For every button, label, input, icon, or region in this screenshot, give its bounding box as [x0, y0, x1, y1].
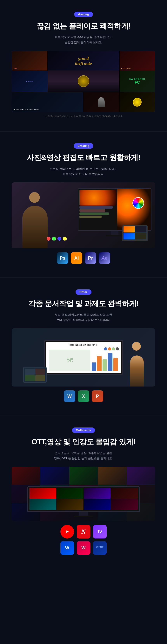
ott-cell-6	[57, 499, 83, 510]
monitor-base	[106, 235, 123, 236]
preview-image	[117, 189, 151, 230]
bar-3	[103, 359, 107, 371]
office-desk: BUSINESS MARKETING 🗺	[12, 328, 155, 386]
preview-main	[79, 190, 116, 206]
monitor-frame	[78, 188, 151, 231]
ott-cell-2	[57, 488, 83, 499]
office-section: Office 각종 문서작업 및 과제도 완벽하게! 워드,엑셀,파워포인트 등…	[0, 278, 167, 416]
game-thumb-5: DIABLO	[12, 70, 48, 92]
multimedia-image-area	[6, 467, 161, 521]
excel-icon: X	[78, 390, 89, 402]
monitor-screen	[78, 189, 151, 230]
bar-1	[92, 362, 96, 371]
ott-cell-5	[29, 499, 56, 510]
person-body	[22, 206, 48, 248]
bar-4	[108, 353, 112, 371]
ls-cell-1	[123, 226, 135, 233]
bar-chart	[92, 350, 118, 371]
lol-logo	[133, 98, 141, 106]
ott-cell-1	[29, 488, 56, 499]
bar-5	[113, 358, 118, 371]
ott-cell-4	[111, 488, 138, 499]
ott-icons-row-2: W W Disney +	[6, 541, 161, 555]
youtube-icon	[60, 525, 74, 538]
office-badge: Office	[76, 289, 92, 295]
watcha-icon: W	[77, 541, 90, 555]
multimedia-title: OTT,영상 및 인강도 몰입감 있게!	[6, 437, 161, 447]
gaming-desc: 빠른 속도로 각종 AAA 게임을 옵션 타협 없이 몰입감 있게 플레이해 보…	[6, 34, 161, 45]
youtube-play	[64, 530, 70, 534]
illustrator-icon: Ai	[71, 252, 82, 264]
tving-icon: tv	[93, 525, 107, 538]
office-image-area: BUSINESS MARKETING 🗺	[6, 328, 161, 386]
laptop-screen	[123, 226, 147, 240]
world-map: 🗺	[49, 350, 90, 371]
game-thumb-knight	[84, 92, 119, 112]
ott-cell-7	[84, 499, 110, 510]
gaming-title: 끊김 없는 플레이로 쾌적하게!	[6, 21, 161, 31]
game-thumb-crown	[48, 70, 119, 92]
monitor-neck	[111, 231, 118, 235]
gaming-section: Gaming 끊김 없는 플레이로 쾌적하게! 빠른 속도로 각종 AAA 게임…	[0, 0, 167, 131]
creating-desc: 포토샵, 일러스트, 프리미어 등 무거운 그래픽 작업도 빠른 속도로 처리할…	[6, 166, 161, 176]
timeline-row-2	[79, 209, 105, 212]
multimedia-monitor	[27, 486, 139, 512]
gaming-badge: Gaming	[74, 12, 93, 17]
netflix-icon: N	[77, 525, 90, 538]
timeline-row-3	[79, 212, 109, 215]
timeline-row-4	[79, 216, 102, 218]
office-desc: 워드,엑셀,파워포인트 등의 오피스 작업 또한 보다 향상된 환경에서 경험할…	[6, 312, 161, 322]
creating-scene-box	[12, 182, 155, 248]
ott-icons-row-1: N tv	[6, 525, 161, 538]
preview-panel	[117, 189, 151, 230]
bar-2	[97, 356, 102, 371]
ls-cell-4	[135, 233, 147, 240]
creating-title: 사진&영상 편집도 빠르고 원활하게!	[6, 153, 161, 162]
office-screen: BUSINESS MARKETING 🗺	[46, 342, 121, 373]
color-swatches	[47, 237, 67, 240]
person-head	[29, 192, 40, 203]
game-thumb-4: RED DEAD	[120, 51, 155, 70]
game-thumb-1: CS2	[12, 51, 47, 70]
powerpoint-icon: P	[92, 390, 103, 402]
office-person	[124, 342, 144, 386]
word-icon: W	[64, 390, 75, 402]
game-thumb-gta: grandtheft auto	[48, 51, 119, 70]
aftereffects-icon: Ae	[99, 252, 110, 264]
game-thumb-lol	[120, 92, 155, 112]
multimedia-badge: Multimedia	[72, 428, 95, 433]
ott-cell-8	[111, 499, 138, 510]
office-monitor: BUSINESS MARKETING 🗺	[44, 340, 123, 375]
creating-badge: Creating	[74, 143, 93, 149]
multimedia-desc: 인터넷강의, 고화질 영상 그래픽 작업은 물론 영화, OTT 등 몰입감 높…	[6, 450, 161, 461]
crown-decoration	[78, 75, 89, 87]
disney-icon: Disney +	[93, 541, 107, 555]
ott-cell-3	[84, 488, 110, 499]
multimedia-app-icons: N tv W W Disney +	[6, 525, 161, 555]
gaming-image-area: CS2 grandtheft auto RED DEAD DIABLO	[6, 51, 161, 118]
biz-title: BUSINESS MARKETING	[48, 344, 119, 346]
timeline-row-1	[79, 206, 113, 208]
monitor-neck	[79, 512, 88, 516]
laptop	[122, 225, 147, 240]
timeline-panel	[78, 189, 117, 230]
office-title: 각종 문서작업 및 과제도 완벽하게!	[6, 299, 161, 308]
creating-app-icons: Ps Ai Pr Ae	[6, 252, 161, 264]
wavve-icon: W	[60, 541, 74, 555]
creating-image-area	[6, 182, 161, 248]
person-head	[132, 342, 141, 350]
photoshop-icon: Ps	[57, 252, 68, 264]
monitor-base	[74, 516, 93, 517]
person-torso	[130, 356, 144, 386]
multimedia-section: Multimedia OTT,영상 및 인강도 몰입감 있게! 인터넷강의, 고…	[0, 416, 167, 568]
creating-section: Creating 사진&영상 편집도 빠르고 원활하게! 포토샵, 일러스트, …	[0, 132, 167, 277]
ls-cell-3	[123, 233, 135, 240]
office-scene-box: BUSINESS MARKETING 🗺	[12, 328, 155, 386]
game-thumb-pubg: PUBG BATTLEGROUNDS	[12, 92, 83, 112]
office-app-icons: W X P	[6, 390, 161, 402]
premiere-icon: Pr	[85, 252, 96, 264]
knight-silhouette	[98, 97, 105, 107]
game-thumb-esports: EA SPORTS FC	[120, 70, 155, 92]
office-notebook	[23, 367, 47, 383]
gaming-screenshots: CS2 grandtheft auto RED DEAD DIABLO	[12, 51, 155, 112]
